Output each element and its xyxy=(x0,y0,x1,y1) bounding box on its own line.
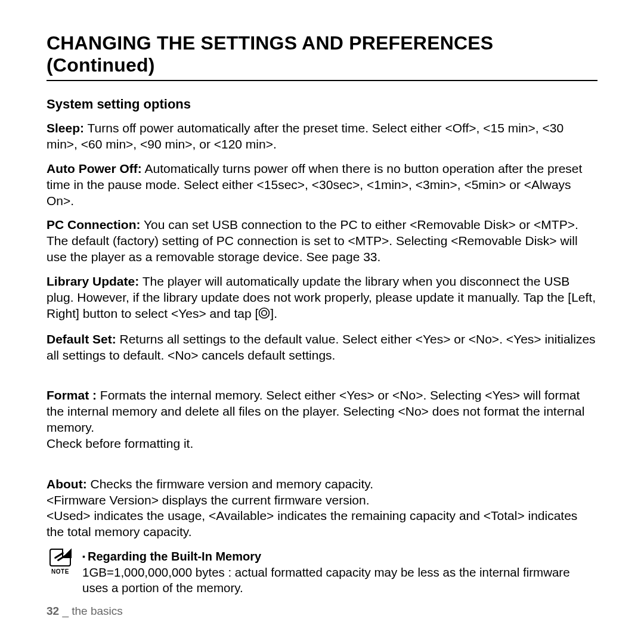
note-body: ▪Regarding the Built-In Memory 1GB=1,000… xyxy=(82,549,597,596)
note-heading: Regarding the Built-In Memory xyxy=(88,550,261,563)
term-sleep: Sleep: xyxy=(47,121,84,135)
svg-point-1 xyxy=(262,311,267,315)
setting-library-update: Library Update: The player will automati… xyxy=(47,274,597,323)
page-footer: 32 _ the basics xyxy=(47,605,123,618)
text-fmt: Formats the internal memory. Select eith… xyxy=(47,388,584,450)
footer-sep: _ xyxy=(59,605,72,617)
text-lib-b: ]. xyxy=(270,306,277,320)
note-block: NOTE ▪Regarding the Built-In Memory 1GB=… xyxy=(47,549,597,596)
note-icon xyxy=(49,549,71,566)
term-fmt: Format : xyxy=(47,388,97,402)
text-sleep: Turns off power automatically after the … xyxy=(47,121,564,151)
term-def: Default Set: xyxy=(47,332,116,346)
note-icon-wrap: NOTE xyxy=(47,549,74,575)
note-label: NOTE xyxy=(51,568,69,575)
page-title: CHANGING THE SETTINGS AND PREFERENCES (C… xyxy=(47,32,597,81)
footer-section: the basics xyxy=(72,605,123,617)
section-subtitle: System setting options xyxy=(47,97,597,112)
svg-point-0 xyxy=(259,308,270,318)
setting-about: About: Checks the firmware version and m… xyxy=(47,460,597,540)
term-about: About: xyxy=(47,477,87,491)
term-lib: Library Update: xyxy=(47,274,139,288)
text-def: Returns all settings to the default valu… xyxy=(47,332,596,362)
setting-format: Format : Formats the internal memory. Se… xyxy=(47,371,597,451)
term-pc: PC Connection: xyxy=(47,218,141,231)
setting-auto-power-off: Auto Power Off: Automatically turns powe… xyxy=(47,161,597,209)
setting-pc-connection: PC Connection: You can set USB connectio… xyxy=(47,217,597,265)
term-apo: Auto Power Off: xyxy=(47,162,142,175)
bullet-icon: ▪ xyxy=(82,552,85,561)
setting-default-set: Default Set: Returns all settings to the… xyxy=(47,332,597,364)
select-button-icon xyxy=(258,307,270,323)
page-number: 32 xyxy=(47,605,59,617)
settings-body: Sleep: Turns off power automatically aft… xyxy=(47,120,597,596)
setting-sleep: Sleep: Turns off power automatically aft… xyxy=(47,120,597,153)
text-about: Checks the firmware version and memory c… xyxy=(47,477,577,539)
note-text: 1GB=1,000,000,000 bytes : actual formatt… xyxy=(82,565,597,596)
